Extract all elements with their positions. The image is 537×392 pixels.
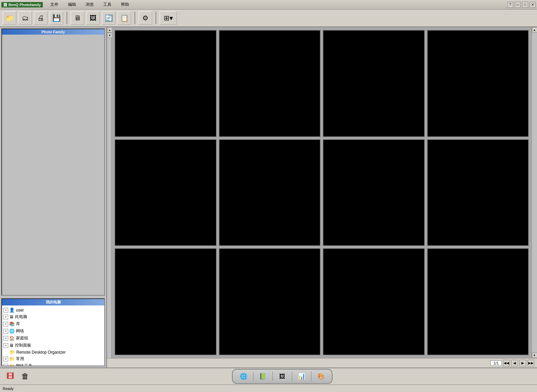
- tree-label-network: 网络: [16, 328, 24, 334]
- folder-tree: + 👤 user + 🖥 此电脑 + 📚 库 + 🌐 网络: [2, 305, 104, 366]
- menu-file[interactable]: 文件: [48, 1, 60, 8]
- trash-icon[interactable]: 🗑: [19, 370, 31, 382]
- pagination-bar: 1/1 ◀◀ ◀ ▶ ▶▶: [107, 358, 537, 368]
- photo-cell-10[interactable]: [219, 248, 321, 355]
- homegroup-icon: 🏠: [9, 336, 15, 341]
- remote-desktop-icon: 📁: [10, 350, 15, 355]
- tree-item-homegroup[interactable]: + 🏠 家庭组: [3, 335, 103, 342]
- edit-btn[interactable]: 🖼: [86, 11, 100, 25]
- preview-content: [2, 35, 104, 295]
- status-text: Ready: [3, 387, 14, 391]
- photo-cell-4[interactable]: [427, 30, 529, 137]
- save-btn[interactable]: 💾: [50, 11, 63, 25]
- film-roll-icon[interactable]: 🎞: [4, 370, 16, 382]
- bottom-globe-btn[interactable]: 🌐: [238, 371, 249, 382]
- photo-cell-11[interactable]: [323, 248, 425, 355]
- tree-item-network[interactable]: + 🌐 网络: [3, 328, 103, 335]
- expand-common[interactable]: +: [3, 357, 8, 361]
- library-icon: 📚: [9, 321, 15, 326]
- scroll-down-right-btn[interactable]: ▼: [532, 353, 537, 358]
- left-scrollbar: ▲ ▼: [107, 27, 112, 358]
- menu-tools[interactable]: 工具: [101, 1, 113, 8]
- expand-this-pc[interactable]: +: [3, 315, 8, 319]
- user-icon: 👤: [9, 307, 15, 313]
- menu-help[interactable]: 帮助: [119, 1, 131, 8]
- scan-btn[interactable]: 🖥: [71, 11, 84, 25]
- preview-title: Photo Family: [2, 29, 104, 35]
- expand-net-tools[interactable]: +: [3, 364, 8, 366]
- bottom-sep-1: [253, 372, 253, 381]
- tree-item-common[interactable]: + 📁 常用: [3, 355, 103, 362]
- tree-label-net-tools: 网络工具: [16, 363, 32, 366]
- rotate-btn[interactable]: 🔄: [102, 11, 115, 25]
- page-prev-btn[interactable]: ◀: [511, 360, 518, 367]
- common-icon: 📁: [9, 356, 15, 361]
- this-pc-icon: 🖥: [9, 314, 14, 319]
- toolbar-sep-1: [67, 12, 67, 24]
- photo-cell-2[interactable]: [219, 30, 321, 137]
- expand-control-panel[interactable]: +: [3, 343, 8, 348]
- tree-label-homegroup: 家庭组: [16, 335, 28, 341]
- page-first-btn[interactable]: ◀◀: [503, 360, 510, 367]
- expand-user[interactable]: +: [3, 308, 8, 313]
- photo-cell-12[interactable]: [427, 248, 529, 355]
- photo-cell-3[interactable]: [323, 30, 425, 137]
- bottom-bar: 🎞 🗑 🌐 📗 🖼 📊 🎨: [0, 368, 537, 385]
- photo-cell-8[interactable]: [427, 139, 529, 246]
- grid-btn[interactable]: ⊞▾: [160, 11, 177, 25]
- photo-cell-5[interactable]: [114, 139, 217, 246]
- control-panel-icon: 🖥: [9, 343, 14, 348]
- bottom-sep-2: [272, 372, 273, 381]
- minimize-button[interactable]: —: [515, 2, 521, 8]
- main-area: Photo Family 我的电脑 + 👤 user + 🖥 此电脑 +: [0, 27, 537, 368]
- bottom-grid-btn[interactable]: 📊: [296, 371, 307, 382]
- open-folder-btn[interactable]: 📁: [3, 11, 16, 25]
- left-panel: Photo Family 我的电脑 + 👤 user + 🖥 此电脑 +: [0, 27, 107, 368]
- net-tools-icon: 📁: [9, 363, 15, 366]
- tree-item-library[interactable]: + 📚 库: [3, 320, 103, 328]
- photo-cell-1[interactable]: [114, 30, 217, 137]
- tree-item-control-panel[interactable]: + 🖥 控制面板: [3, 342, 103, 349]
- expand-library[interactable]: +: [3, 322, 8, 326]
- photos-btn[interactable]: 🗂: [18, 11, 32, 25]
- expand-network[interactable]: +: [3, 329, 8, 334]
- tree-item-net-tools[interactable]: + 📁 网络工具: [3, 362, 103, 366]
- scroll-up-right-btn[interactable]: ▲: [532, 27, 537, 33]
- scroll-track-right: [532, 33, 537, 353]
- logo-icon: 🖼: [3, 3, 7, 7]
- print-btn[interactable]: 🖨: [34, 11, 48, 25]
- bottom-center-group: 🌐 📗 🖼 📊 🎨: [232, 369, 333, 384]
- help-button[interactable]: ?: [507, 2, 513, 8]
- maximize-button[interactable]: □: [522, 2, 528, 8]
- tree-item-remote-desktop[interactable]: 📁 Remote Desktop Organizer: [3, 349, 103, 355]
- tree-item-user[interactable]: + 👤 user: [3, 307, 103, 313]
- close-button[interactable]: ✕: [530, 2, 536, 8]
- photo-cell-9[interactable]: [114, 248, 217, 355]
- bottom-palette-btn[interactable]: 🎨: [316, 371, 326, 382]
- app-title: BenQ Photofamily: [8, 3, 41, 7]
- photo-cell-7[interactable]: [323, 139, 425, 246]
- folder-area: 我的电脑 + 👤 user + 🖥 此电脑 + 📚 库: [1, 298, 105, 366]
- titlebar-controls: ? — □ ✕: [507, 2, 536, 8]
- menu-bar: 文件 编辑 浏览 工具 帮助: [46, 1, 507, 8]
- tool2-btn[interactable]: ⚙: [139, 11, 152, 25]
- bottom-photo-btn[interactable]: 🖼: [277, 371, 288, 382]
- tree-item-this-pc[interactable]: + 🖥 此电脑: [3, 313, 103, 320]
- statusbar: Ready: [0, 385, 537, 392]
- menu-edit[interactable]: 编辑: [66, 1, 78, 8]
- expand-homegroup[interactable]: +: [3, 336, 8, 341]
- menu-browse[interactable]: 浏览: [84, 1, 96, 8]
- tree-label-control-panel: 控制面板: [15, 342, 31, 348]
- bottom-book-btn[interactable]: 📗: [257, 371, 268, 382]
- tree-label-user: user: [16, 308, 24, 313]
- layout-btn[interactable]: 📋: [118, 11, 131, 25]
- tree-label-common: 常用: [16, 356, 24, 362]
- photo-cell-6[interactable]: [219, 139, 321, 246]
- page-last-btn[interactable]: ▶▶: [527, 360, 534, 367]
- photo-grid-container: [112, 27, 532, 358]
- preview-area: Photo Family: [1, 29, 105, 296]
- page-next-btn[interactable]: ▶: [519, 360, 526, 367]
- photo-area: ▲ ▼: [107, 27, 537, 368]
- titlebar: 🖼 BenQ Photofamily 文件 编辑 浏览 工具 帮助 ? — □ …: [0, 0, 537, 10]
- bottom-sep-3: [292, 372, 292, 381]
